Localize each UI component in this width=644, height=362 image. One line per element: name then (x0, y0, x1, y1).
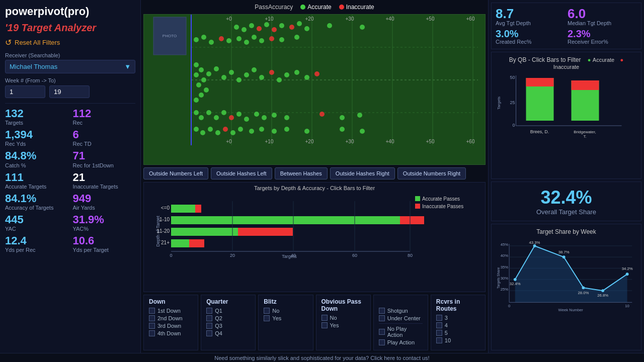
svg-text:+0: +0 (226, 139, 232, 144)
week-from-input[interactable] (5, 85, 45, 98)
svg-text:+50: +50 (426, 16, 435, 22)
svg-point-34 (272, 27, 277, 32)
filter-formation-title (379, 298, 423, 305)
stat-item: 21 Inaccurate Targets (73, 171, 136, 190)
svg-rect-138[interactable] (526, 78, 554, 86)
svg-point-99 (272, 129, 277, 134)
svg-point-47 (244, 40, 249, 45)
svg-point-91 (200, 130, 205, 135)
reset-button[interactable]: ↺ Reset All Filters (5, 38, 60, 47)
svg-point-63 (221, 75, 226, 80)
filter-rcvrs-title: Rcvrs in Routes (436, 298, 480, 312)
svg-point-32 (257, 26, 262, 31)
down-2nd[interactable]: 2nd Down (149, 315, 193, 321)
svg-rect-141[interactable] (572, 80, 599, 90)
svg-rect-114[interactable] (195, 205, 201, 213)
receiver-dropdown[interactable]: Michael Thomas ▼ (5, 60, 135, 73)
svg-text:+40: +40 (386, 139, 394, 144)
svg-rect-120[interactable] (189, 239, 204, 247)
rcvrs-5[interactable]: 5 (436, 330, 480, 336)
qb-chart: By QB - Click Bars to Filter ● Accurate … (491, 52, 641, 179)
quarter-q2[interactable]: Q2 (206, 315, 250, 321)
svg-text:20: 20 (230, 253, 235, 258)
svg-point-61 (206, 71, 211, 76)
weekly-chart: Target Share by Week Targets Share 45% 4… (491, 224, 641, 351)
zone-outside-numbers-right[interactable]: Outside Numbers Right (397, 167, 466, 179)
shotgun[interactable]: Shotgun (379, 308, 423, 314)
quarter-q3[interactable]: Q3 (206, 323, 250, 329)
zone-outside-numbers-left[interactable]: Outside Numbers Left (143, 167, 208, 179)
overall-share-value: 32.4% (497, 187, 636, 208)
filter-down: Down 1st Down 2nd Down 3rd Down 4th Down (143, 295, 198, 350)
zone-between-hashes[interactable]: Between Hashes (275, 167, 328, 179)
stat-item: 1,394 Rec Yds (5, 129, 68, 147)
receiver-error-label: Receiver Error% (568, 39, 637, 45)
svg-text:1-10: 1-10 (159, 217, 170, 222)
svg-rect-118[interactable] (238, 228, 293, 236)
svg-point-43 (209, 40, 214, 45)
overall-share-label: Overall Target Share (497, 208, 636, 216)
svg-text:+30: +30 (346, 139, 354, 144)
svg-point-95 (230, 130, 235, 135)
week-to-input[interactable] (49, 85, 90, 98)
blitz-yes[interactable]: Yes (264, 315, 307, 321)
stat-item: 112 Rec (73, 108, 136, 126)
zone-outside-hashes-left[interactable]: Outside Hashes Left (211, 167, 272, 179)
left-panel: powerpivot(pro) '19 Target Analyzer ↺ Re… (0, 0, 141, 353)
svg-rect-119[interactable] (171, 239, 189, 247)
svg-point-58 (204, 87, 209, 93)
right-panel: 8.7 Avg Tgt Depth 6.0 Median Tgt Depth 3… (488, 0, 644, 353)
rcvrs-4[interactable]: 4 (436, 322, 480, 328)
svg-text:Bridgewater,: Bridgewater, (574, 130, 596, 134)
down-3rd[interactable]: 3rd Down (149, 323, 193, 329)
obvious-yes[interactable]: Yes (321, 322, 365, 328)
rcvrs-10[interactable]: 10 (436, 337, 480, 343)
under-center[interactable]: Under Center (379, 315, 423, 321)
svg-point-48 (252, 35, 257, 40)
down-4th[interactable]: 4th Down (149, 330, 193, 336)
quarter-q1[interactable]: Q1 (206, 308, 250, 314)
down-1st[interactable]: 1st Down (149, 308, 193, 314)
zone-outside-hashes-right[interactable]: Outside Hashes Right (330, 167, 395, 179)
avg-tgt-depth-label: Avg Tgt Depth (496, 20, 565, 26)
svg-point-30 (242, 27, 247, 32)
svg-point-62 (214, 66, 219, 71)
obvious-no[interactable]: No (321, 315, 365, 321)
rcvrs-3[interactable]: 3 (436, 315, 480, 321)
svg-point-86 (284, 115, 289, 120)
play-action[interactable]: Play Action (379, 339, 423, 345)
svg-point-89 (357, 113, 362, 118)
receiver-label: Receiver (Searchable) (5, 52, 135, 58)
svg-rect-117[interactable] (171, 228, 238, 236)
bottom-bar-text: Need something similarly slick and sophi… (214, 355, 429, 361)
filters-row: Down 1st Down 2nd Down 3rd Down 4th Down… (143, 295, 486, 350)
svg-point-85 (272, 113, 277, 118)
quarter-q4[interactable]: Q4 (206, 330, 250, 336)
depth-chart-title: Targets by Depth & Accuracy - Click Bars… (146, 185, 482, 191)
top-stats: 8.7 Avg Tgt Depth 6.0 Median Tgt Depth 3… (491, 3, 641, 49)
svg-rect-113[interactable] (171, 205, 195, 213)
app-logo: powerpivot(pro) (5, 5, 135, 18)
week-label: Week # (From -> To) (5, 77, 135, 83)
overall-share: 32.4% Overall Target Share (491, 182, 641, 221)
svg-rect-115[interactable] (171, 216, 400, 224)
svg-text:35%: 35% (501, 264, 509, 269)
svg-rect-116[interactable] (400, 216, 424, 224)
svg-text:Targets: Targets (497, 97, 501, 110)
svg-point-68 (259, 75, 264, 80)
blitz-no[interactable]: No (264, 308, 307, 314)
svg-point-82 (244, 117, 249, 122)
svg-text:+0: +0 (226, 16, 232, 22)
svg-text:11-20: 11-20 (156, 228, 170, 234)
svg-point-64 (229, 70, 234, 75)
svg-point-35 (279, 23, 284, 28)
accurate-dot (300, 5, 305, 10)
svg-text:80: 80 (408, 253, 413, 258)
no-play-action[interactable]: No Play Action (379, 326, 423, 338)
svg-point-84 (262, 115, 267, 120)
svg-point-38 (304, 26, 309, 31)
field-header: PassAccuracy Accurate Inaccurate (143, 3, 486, 12)
svg-text:60: 60 (352, 253, 357, 258)
svg-text:30%: 30% (501, 276, 509, 280)
svg-text:+60: +60 (466, 139, 475, 144)
